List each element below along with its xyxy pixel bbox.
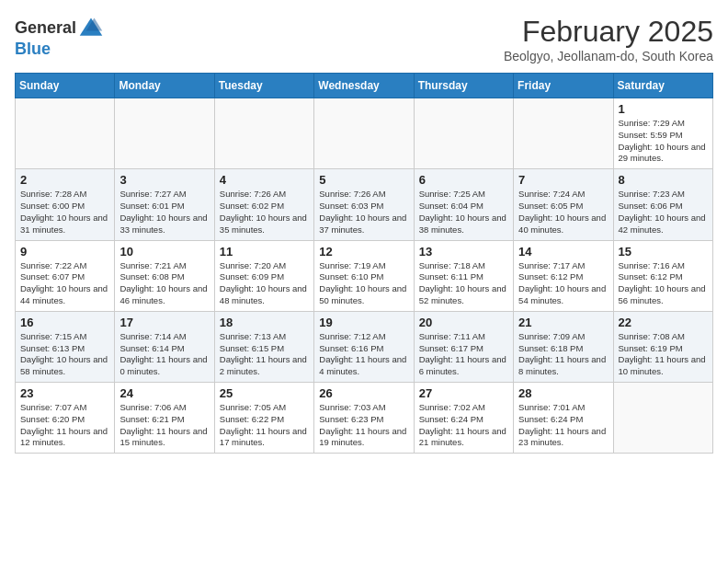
calendar-week-row: 2Sunrise: 7:28 AM Sunset: 6:00 PM Daylig…	[16, 169, 713, 240]
calendar-table: SundayMondayTuesdayWednesdayThursdayFrid…	[15, 73, 713, 454]
day-info: Sunrise: 7:07 AM Sunset: 6:20 PM Dayligh…	[20, 402, 109, 449]
day-number: 16	[20, 316, 109, 329]
day-number: 3	[119, 173, 209, 187]
calendar-day-cell: 16Sunrise: 7:15 AM Sunset: 6:13 PM Dayli…	[16, 311, 115, 382]
day-number: 18	[220, 316, 309, 329]
calendar-week-row: 23Sunrise: 7:07 AM Sunset: 6:20 PM Dayli…	[16, 383, 713, 454]
day-info: Sunrise: 7:24 AM Sunset: 6:05 PM Dayligh…	[518, 189, 608, 236]
day-info: Sunrise: 7:01 AM Sunset: 6:24 PM Dayligh…	[518, 402, 608, 449]
calendar-day-cell: 28Sunrise: 7:01 AM Sunset: 6:24 PM Dayli…	[514, 383, 613, 454]
calendar-day-cell	[514, 98, 613, 169]
calendar-day-cell: 27Sunrise: 7:02 AM Sunset: 6:24 PM Dayli…	[414, 383, 513, 454]
calendar-day-cell: 21Sunrise: 7:09 AM Sunset: 6:18 PM Dayli…	[514, 311, 613, 382]
weekday-header: Tuesday	[214, 74, 313, 98]
calendar-day-cell: 7Sunrise: 7:24 AM Sunset: 6:05 PM Daylig…	[514, 169, 613, 240]
calendar-day-cell: 22Sunrise: 7:08 AM Sunset: 6:19 PM Dayli…	[613, 311, 712, 382]
day-info: Sunrise: 7:26 AM Sunset: 6:03 PM Dayligh…	[319, 189, 408, 236]
calendar-day-cell	[16, 98, 115, 169]
day-info: Sunrise: 7:22 AM Sunset: 6:07 PM Dayligh…	[20, 260, 109, 307]
day-info: Sunrise: 7:14 AM Sunset: 6:14 PM Dayligh…	[119, 331, 209, 378]
day-info: Sunrise: 7:13 AM Sunset: 6:15 PM Dayligh…	[220, 331, 309, 378]
title-block: February 2025 Beolgyo, Jeollanam-do, Sou…	[504, 15, 713, 63]
calendar-day-cell: 4Sunrise: 7:26 AM Sunset: 6:02 PM Daylig…	[214, 169, 313, 240]
day-number: 28	[518, 386, 608, 400]
weekday-header: Friday	[514, 74, 613, 98]
calendar-day-cell: 13Sunrise: 7:18 AM Sunset: 6:11 PM Dayli…	[414, 240, 513, 311]
calendar-day-cell: 20Sunrise: 7:11 AM Sunset: 6:17 PM Dayli…	[414, 311, 513, 382]
calendar-day-cell: 3Sunrise: 7:27 AM Sunset: 6:01 PM Daylig…	[115, 169, 214, 240]
day-info: Sunrise: 7:28 AM Sunset: 6:00 PM Dayligh…	[20, 189, 109, 236]
day-info: Sunrise: 7:23 AM Sunset: 6:06 PM Dayligh…	[619, 189, 708, 236]
calendar-day-cell: 14Sunrise: 7:17 AM Sunset: 6:12 PM Dayli…	[514, 240, 613, 311]
calendar-week-row: 1Sunrise: 7:29 AM Sunset: 5:59 PM Daylig…	[16, 98, 713, 169]
day-number: 27	[419, 386, 508, 400]
calendar-day-cell: 6Sunrise: 7:25 AM Sunset: 6:04 PM Daylig…	[414, 169, 513, 240]
day-info: Sunrise: 7:12 AM Sunset: 6:16 PM Dayligh…	[319, 331, 408, 378]
day-number: 2	[20, 173, 109, 187]
day-number: 9	[20, 245, 109, 259]
calendar-day-cell: 1Sunrise: 7:29 AM Sunset: 5:59 PM Daylig…	[613, 98, 712, 169]
day-info: Sunrise: 7:11 AM Sunset: 6:17 PM Dayligh…	[419, 331, 508, 378]
weekday-header: Thursday	[414, 74, 513, 98]
calendar-day-cell: 12Sunrise: 7:19 AM Sunset: 6:10 PM Dayli…	[314, 240, 414, 311]
day-number: 10	[119, 245, 209, 259]
day-info: Sunrise: 7:19 AM Sunset: 6:10 PM Dayligh…	[319, 260, 408, 307]
day-info: Sunrise: 7:29 AM Sunset: 5:59 PM Dayligh…	[619, 118, 708, 165]
calendar-day-cell: 15Sunrise: 7:16 AM Sunset: 6:12 PM Dayli…	[613, 240, 712, 311]
weekday-header: Wednesday	[314, 74, 414, 98]
day-number: 17	[119, 316, 209, 329]
day-info: Sunrise: 7:27 AM Sunset: 6:01 PM Dayligh…	[119, 189, 209, 236]
day-info: Sunrise: 7:25 AM Sunset: 6:04 PM Dayligh…	[419, 189, 508, 236]
calendar-day-cell: 18Sunrise: 7:13 AM Sunset: 6:15 PM Dayli…	[214, 311, 313, 382]
calendar-day-cell: 19Sunrise: 7:12 AM Sunset: 6:16 PM Dayli…	[314, 311, 414, 382]
calendar-day-cell: 23Sunrise: 7:07 AM Sunset: 6:20 PM Dayli…	[16, 383, 115, 454]
day-info: Sunrise: 7:17 AM Sunset: 6:12 PM Dayligh…	[518, 260, 608, 307]
day-number: 5	[319, 173, 408, 187]
calendar-day-cell	[314, 98, 414, 169]
day-number: 11	[220, 245, 309, 259]
day-info: Sunrise: 7:09 AM Sunset: 6:18 PM Dayligh…	[518, 331, 608, 378]
day-info: Sunrise: 7:05 AM Sunset: 6:22 PM Dayligh…	[220, 402, 309, 449]
day-info: Sunrise: 7:20 AM Sunset: 6:09 PM Dayligh…	[220, 260, 309, 307]
logo: General Blue	[15, 15, 104, 57]
day-number: 22	[619, 316, 708, 329]
calendar-day-cell: 17Sunrise: 7:14 AM Sunset: 6:14 PM Dayli…	[115, 311, 214, 382]
page-header: General Blue February 2025 Beolgyo, Jeol…	[15, 15, 713, 63]
day-number: 7	[518, 173, 608, 187]
day-info: Sunrise: 7:16 AM Sunset: 6:12 PM Dayligh…	[619, 260, 708, 307]
day-info: Sunrise: 7:15 AM Sunset: 6:13 PM Dayligh…	[20, 331, 109, 378]
day-number: 23	[20, 386, 109, 400]
day-info: Sunrise: 7:08 AM Sunset: 6:19 PM Dayligh…	[619, 331, 708, 378]
calendar-day-cell	[115, 98, 214, 169]
month-year-title: February 2025	[504, 15, 713, 49]
day-info: Sunrise: 7:18 AM Sunset: 6:11 PM Dayligh…	[419, 260, 508, 307]
day-number: 8	[619, 173, 708, 187]
calendar-day-cell: 5Sunrise: 7:26 AM Sunset: 6:03 PM Daylig…	[314, 169, 414, 240]
day-info: Sunrise: 7:03 AM Sunset: 6:23 PM Dayligh…	[319, 402, 408, 449]
day-number: 25	[220, 386, 309, 400]
weekday-header: Saturday	[613, 74, 712, 98]
day-info: Sunrise: 7:26 AM Sunset: 6:02 PM Dayligh…	[220, 189, 309, 236]
calendar-week-row: 16Sunrise: 7:15 AM Sunset: 6:13 PM Dayli…	[16, 311, 713, 382]
logo-blue: Blue	[15, 40, 51, 57]
day-number: 14	[518, 245, 608, 259]
calendar-day-cell: 10Sunrise: 7:21 AM Sunset: 6:08 PM Dayli…	[115, 240, 214, 311]
day-number: 1	[619, 102, 708, 116]
logo-general: General	[15, 19, 76, 36]
day-number: 26	[319, 386, 408, 400]
day-info: Sunrise: 7:06 AM Sunset: 6:21 PM Dayligh…	[119, 402, 209, 449]
calendar-day-cell: 24Sunrise: 7:06 AM Sunset: 6:21 PM Dayli…	[115, 383, 214, 454]
day-number: 13	[419, 245, 508, 259]
day-number: 4	[220, 173, 309, 187]
calendar-day-cell: 11Sunrise: 7:20 AM Sunset: 6:09 PM Dayli…	[214, 240, 313, 311]
day-number: 20	[419, 316, 508, 329]
calendar-day-cell: 25Sunrise: 7:05 AM Sunset: 6:22 PM Dayli…	[214, 383, 313, 454]
calendar-day-cell	[613, 383, 712, 454]
weekday-header: Monday	[115, 74, 214, 98]
day-info: Sunrise: 7:21 AM Sunset: 6:08 PM Dayligh…	[119, 260, 209, 307]
day-number: 19	[319, 316, 408, 329]
calendar-day-cell: 2Sunrise: 7:28 AM Sunset: 6:00 PM Daylig…	[16, 169, 115, 240]
calendar-day-cell: 8Sunrise: 7:23 AM Sunset: 6:06 PM Daylig…	[613, 169, 712, 240]
calendar-day-cell: 9Sunrise: 7:22 AM Sunset: 6:07 PM Daylig…	[16, 240, 115, 311]
day-info: Sunrise: 7:02 AM Sunset: 6:24 PM Dayligh…	[419, 402, 508, 449]
